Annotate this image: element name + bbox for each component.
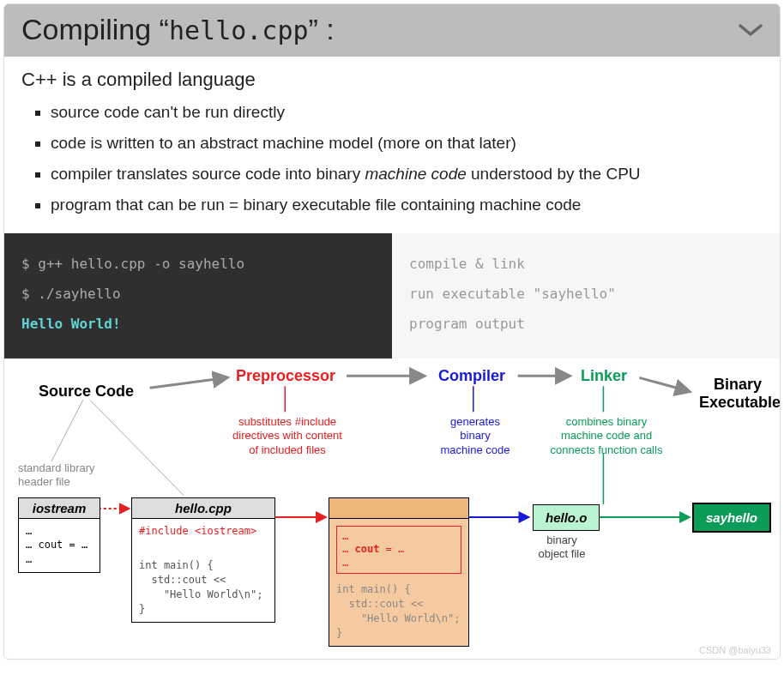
card-header: Compiling “hello.cpp” : [4,4,780,57]
file-title: hello.cpp [132,498,274,519]
file-body: int main() { std::cout << "Hello World\n… [132,543,274,621]
file-body: … … cout = … … [19,519,100,572]
bullet-item: program that can be run = binary executa… [51,196,763,214]
bullet-list: source code can't be run directly code i… [21,103,763,214]
bullet-item: source code can't be run directly [51,103,763,122]
title-suffix: ” : [309,13,335,45]
title-prefix: Compiling “ [21,13,169,45]
stage-preprocessor: Preprocessor [236,367,335,385]
processed-included-content: … … cout = … … [336,526,461,575]
chevron-down-icon[interactable] [739,16,763,44]
svg-line-5 [90,400,184,496]
file-hello-cpp: hello.cpp #include <iostream> int main()… [131,497,275,623]
explain-pane: compile & link run executable "sayhello"… [392,233,780,359]
stage-linker: Linker [581,367,627,385]
file-iostream: iostream … … cout = … … [18,497,100,573]
card-title: Compiling “hello.cpp” : [21,13,335,46]
watermark: CSDN @baiyu33 [699,645,771,655]
desc-linker: combines binary machine code and connect… [543,415,670,459]
stage-source: Source Code [39,383,134,401]
bullet-item: compiler translates source code into bin… [51,165,763,184]
terminal-pane: $ g++ hello.cpp -o sayhello $ ./sayhello… [4,233,392,359]
subtitle: C++ is a compiled language [21,69,763,91]
terminal-row: $ g++ hello.cpp -o sayhello $ ./sayhello… [4,233,780,359]
svg-line-4 [51,400,83,461]
title-filename: hello.cpp [169,15,309,45]
processed-title-bar [329,498,468,519]
processed-body: int main() { std::cout << "Hello World\n… [329,581,468,645]
explain-line: program output [409,309,763,339]
stage-compiler: Compiler [438,367,505,385]
desc-preprocessor: substitutes #include directives with con… [219,415,356,459]
svg-line-0 [150,377,227,388]
bullet-item: code is written to an abstract machine m… [51,134,763,153]
terminal-line: $ ./sayhello [21,279,375,309]
header-file-label: standard library header file [18,461,95,491]
terminal-line: $ g++ hello.cpp -o sayhello [21,249,375,279]
file-executable: sayhello [692,503,771,533]
file-include-line: #include <iostream> [132,519,274,544]
card-body: C++ is a compiled language source code c… [4,57,780,233]
card: Compiling “hello.cpp” : C++ is a compile… [3,3,781,660]
terminal-line: Hello World! [21,309,375,339]
explain-line: compile & link [409,249,763,279]
file-title: iostream [19,498,100,519]
stage-binary: BinaryExecutable [699,376,776,413]
compilation-diagram: Source Code Preprocessor Compiler Linker… [4,359,780,659]
object-file-label: binary object file [534,533,589,563]
svg-line-3 [639,377,689,391]
desc-compiler: generates binary machine code [438,415,512,459]
file-processed: … … cout = … … int main() { std::cout <<… [329,497,469,647]
file-object: hello.o [533,504,600,531]
explain-line: run executable "sayhello" [409,279,763,309]
